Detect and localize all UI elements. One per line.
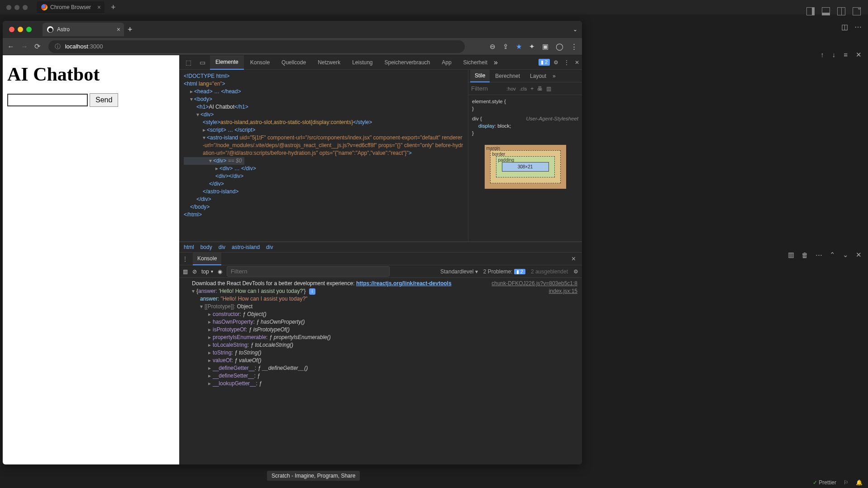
drawer-menu-icon[interactable]: ⋮ [182,255,188,263]
close-icon[interactable]: × [117,26,120,33]
layout-icon[interactable] [822,7,830,15]
breadcrumb-item[interactable]: html [184,244,194,250]
level-selector[interactable]: Standardlevel ▾ [440,268,478,275]
breadcrumb-item[interactable]: body [200,244,212,250]
gear-icon[interactable]: ⚙ [553,59,558,66]
chat-input[interactable] [7,94,88,106]
tab-console[interactable]: Konsole [245,56,275,69]
prototype-method[interactable]: ▸propertyIsEnumerable: ƒ propertyIsEnume… [184,334,577,341]
prototype-method[interactable]: ▸hasOwnProperty: ƒ hasOwnProperty() [184,318,577,326]
breadcrumb-item[interactable]: div [219,244,225,250]
breadcrumb-item[interactable]: div [266,244,273,250]
reload-icon[interactable]: ⟳ [34,42,40,51]
vscode-tab-chrome[interactable]: Chrome Browser × [37,1,105,13]
panel-icon[interactable]: ▥ [788,251,794,259]
layout-icon[interactable] [853,7,861,15]
print-icon[interactable]: 🖶 [537,86,543,92]
tab-sources[interactable]: Quellcode [276,56,311,69]
close-icon[interactable]: ✕ [575,59,579,66]
breadcrumb-item[interactable]: astro-island [232,244,260,250]
share-icon[interactable]: ⇪ [503,43,509,51]
hidden-label[interactable]: 2 ausgeblendet [531,268,568,275]
gear-icon[interactable]: ⚙ [573,268,578,275]
close-icon[interactable]: ✕ [856,51,862,59]
down-arrow-icon[interactable]: ↓ [832,51,836,59]
prototype-method[interactable]: ▸__lookupGetter__: ƒ [184,380,577,388]
close-window-icon[interactable] [9,27,14,32]
tab-layout[interactable]: Layout [525,70,551,82]
context-selector[interactable]: top ▾ [201,268,213,275]
tab-security[interactable]: Sicherheit [458,56,493,69]
styles-filter-input[interactable] [471,85,503,92]
new-tab-button[interactable]: + [128,25,133,34]
info-icon[interactable]: i [309,288,315,295]
send-button[interactable]: Send [90,93,118,107]
add-rule-icon[interactable]: + [530,86,534,92]
trash-icon[interactable]: 🗑 [801,251,808,259]
layout-icon[interactable] [806,7,815,15]
devtools-link[interactable]: https://reactjs.org/link/react-devtools [356,280,452,287]
styles-rules[interactable]: element.style { } div {User-Agent-Styles… [468,95,582,139]
tab-elements[interactable]: Elemente [210,55,244,70]
tab-performance[interactable]: Leistung [347,56,378,69]
zoom-icon[interactable]: ⊖ [490,43,496,51]
prototype-method[interactable]: ▸__defineGetter__: ƒ __defineGetter__() [184,364,577,372]
clear-console-icon[interactable]: ⊘ [192,268,197,275]
address-bar[interactable]: ⓘ localhost:3000 [48,40,465,53]
chrome-tab-astro[interactable]: ⬤ Astro × [43,23,124,36]
drawer-tab-console[interactable]: Konsole [193,253,221,265]
box-model[interactable]: margin border padding 308×21 [485,145,566,189]
minimize-window-icon[interactable] [18,27,23,32]
more-icon[interactable]: ⋯ [816,251,822,259]
menu-icon[interactable]: ⋮ [564,59,569,66]
device-icon[interactable]: ▭ [196,56,209,69]
extensions-icon[interactable]: ✦ [529,43,535,51]
more-tabs-icon[interactable]: » [494,58,498,67]
prototype-method[interactable]: ▸__defineSetter__: ƒ [184,372,577,380]
more-icon[interactable]: ⋯ [854,23,862,31]
source-ref[interactable]: chunk-DFKOJ226.js?v=803eb5c1:8 [491,280,577,287]
panel-icon[interactable]: ▣ [542,43,548,51]
back-icon[interactable]: ← [7,43,14,51]
problems-label[interactable]: 2 Probleme: ▮ 2 [483,268,525,275]
hov-toggle[interactable]: :hov [506,86,516,91]
prototype-method[interactable]: ▸constructor: ƒ Object() [184,311,577,318]
issues-badge[interactable]: ▮ 2 [539,59,550,66]
prototype-method[interactable]: ▸toLocaleString: ƒ toLocaleString() [184,341,577,349]
up-arrow-icon[interactable]: ↑ [820,51,824,59]
chevron-up-icon[interactable]: ⌃ [830,251,835,259]
split-icon[interactable]: ◫ [841,23,848,31]
menu-icon[interactable]: ⋮ [571,43,577,51]
bell-icon[interactable]: 🔔 [856,479,863,486]
prototype-method[interactable]: ▸valueOf: ƒ valueOf() [184,357,577,364]
tab-list-icon[interactable]: ⌄ [573,26,577,33]
sidebar-toggle-icon[interactable]: ▥ [183,268,188,275]
bookmark-icon[interactable]: ★ [516,43,522,51]
inspect-icon[interactable]: ⬚ [182,56,195,69]
tab-computed[interactable]: Berechnet [491,70,525,82]
feedback-icon[interactable]: ⚐ [844,479,849,486]
forward-icon[interactable]: → [21,43,28,51]
profile-icon[interactable]: ◯ [556,43,563,51]
close-icon[interactable]: × [568,253,579,265]
new-tab-button[interactable]: + [111,3,116,12]
prototype-method[interactable]: ▸toString: ƒ toString() [184,349,577,357]
source-ref[interactable]: index.jsx:15 [549,287,577,295]
console-filter-input[interactable] [227,266,390,277]
tab-network[interactable]: Netzwerk [312,56,346,69]
cls-toggle[interactable]: .cls [520,86,527,91]
tab-styles[interactable]: Stile [470,70,490,82]
console-output[interactable]: chunk-DFKOJ226.js?v=803eb5c1:8 Download … [179,278,582,464]
prototype-method[interactable]: ▸isPrototypeOf: ƒ isPrototypeOf() [184,326,577,334]
tab-memory[interactable]: Speicherverbrauch [379,56,436,69]
dom-tree[interactable]: <!DOCTYPE html> <html lang="en"> ▸<head>… [179,70,468,241]
layout-icon[interactable] [837,7,845,15]
tab-application[interactable]: App [436,56,457,69]
eye-icon[interactable]: ◉ [218,268,222,275]
maximize-window-icon[interactable] [26,27,32,32]
chevron-down-icon[interactable]: ⌄ [843,251,849,259]
more-tabs-icon[interactable]: » [553,73,556,79]
selected-node[interactable]: ▾<div> == $0 [184,157,244,165]
panel-icon[interactable]: ▥ [546,86,551,92]
close-icon[interactable]: ✕ [856,251,862,259]
